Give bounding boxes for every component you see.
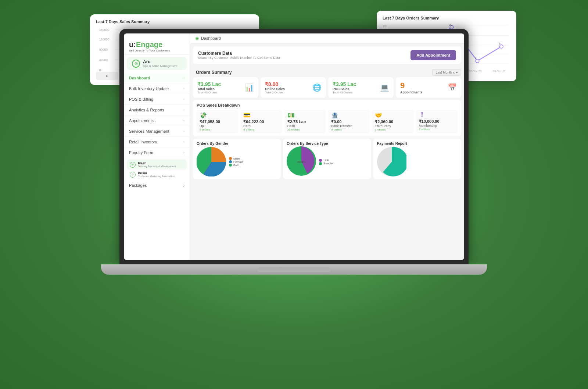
sidebar-item-enquiry-label: Enquiry Form: [129, 150, 153, 155]
bank-icon: 🏦: [331, 112, 367, 119]
orders-summary-header: Orders Summary Last Month x ▾: [190, 67, 464, 77]
gender-chart-card: Orders By Gender: [193, 139, 281, 179]
screen-content: u:Engage Sell Directly To Your Customers…: [124, 33, 464, 260]
card-label: Card: [243, 124, 279, 128]
sidebar-item-appointments[interactable]: Appointments ›: [124, 115, 190, 126]
calendar-icon: 📅: [448, 83, 457, 92]
legend-both: Both: [229, 164, 243, 167]
logo-area: u:Engage Sell Directly To Your Customers: [124, 38, 190, 55]
beauty-label: Beauty: [323, 162, 333, 165]
gender-chart-title: Orders By Gender: [197, 142, 277, 146]
third-party-orders: 1 orders: [375, 128, 410, 131]
svg-text:3: 3: [475, 56, 476, 60]
legend-hair: Hair: [319, 158, 333, 162]
cash-icon: 💵: [287, 112, 323, 119]
prism-item[interactable]: ⊙ Prism Customer Marketing Automation: [127, 169, 187, 179]
sidebar-item-analytics-label: Analytics & Reports: [129, 108, 164, 112]
online-sales-amount: ₹0.00: [265, 81, 285, 87]
sidebar-item-dashboard-label: Dashboard: [129, 76, 150, 80]
packages-item[interactable]: Packages ›: [124, 181, 190, 190]
service-type-chart-card: Orders By Service Type 23.5%: [283, 139, 371, 179]
screen-wrapper: Last 7 Days Sales Summary 160000 120000 …: [119, 29, 469, 264]
flash-item[interactable]: ⊕ Flash Delivery Tracking & Management: [127, 160, 187, 169]
card-amount: ₹64,222.00: [243, 119, 279, 124]
chevron-icon: ›: [183, 151, 184, 154]
arc-icon: ◎: [132, 60, 140, 68]
prism-title: Prism: [138, 171, 175, 175]
total-sales-card: ₹3.95 Lac Total Sales Total 43 Orders 📊: [193, 77, 258, 98]
filter-label: Last Month x: [435, 71, 455, 74]
svg-text:80000: 80000: [99, 48, 108, 51]
customers-subtitle: Search By Customer Mobile Number To Get …: [198, 56, 280, 60]
arc-title: Arc: [143, 59, 177, 64]
cash-card: 💵 ₹2.75 Lac Cash 26 orders: [284, 110, 326, 133]
logo-tagline: Sell Directly To Your Customers: [129, 49, 184, 52]
card-icon: 💳: [243, 112, 279, 119]
chevron-icon: ›: [183, 97, 184, 101]
sidebar-item-services[interactable]: Services Management ›: [124, 126, 190, 137]
female-dot: [229, 160, 232, 163]
payments-pie-svg: [377, 147, 406, 176]
bank-amount: ₹0.00: [331, 119, 367, 124]
appointments-card: 9 Appointments 📅: [396, 77, 461, 98]
arc-section: ◎ Arc Spa & Salon Management: [127, 57, 187, 70]
customers-card: Customers Data Search By Customer Mobile…: [193, 46, 461, 64]
filter-badge[interactable]: Last Month x ▾: [432, 69, 461, 76]
appointments-label: Appointments: [400, 90, 423, 94]
globe-icon: 🌐: [312, 83, 322, 92]
sidebar-item-bulk-label: Bulk Inventory Update: [129, 86, 169, 91]
stats-row: ₹3.95 Lac Total Sales Total 43 Orders 📊 …: [190, 77, 464, 100]
total-sales-info: ₹3.95 Lac Total Sales Total 43 Orders: [197, 81, 221, 94]
sidebar-item-pos-label: POS & Billing: [129, 97, 153, 101]
laptop-icon: 💻: [380, 83, 389, 92]
bank-transfer-card: 🏦 ₹0.00 Bank Transfer 0 orders: [328, 110, 370, 133]
bank-label: Bank Transfer: [331, 124, 367, 128]
female-label: Female: [233, 160, 243, 164]
add-appointment-button[interactable]: Add Appointment: [410, 50, 456, 60]
sidebar-item-appointments-label: Appointments: [129, 118, 154, 123]
pos-sales-amount: ₹3.95 Lac: [333, 81, 356, 87]
sidebar-item-pos-billing[interactable]: POS & Billing ›: [124, 94, 190, 105]
flash-subtitle: Delivery Tracking & Management: [138, 165, 176, 168]
beauty-dot: [319, 162, 322, 165]
orders-chart-title: Last 7 Days Orders Summary: [383, 16, 510, 20]
breadcrumb: Dashboard: [201, 36, 221, 40]
male-label: Male: [233, 157, 240, 160]
svg-text:20: 20: [449, 23, 452, 26]
flash-info: Flash Delivery Tracking & Management: [138, 161, 176, 168]
third-party-card: 🤝 ₹2,360.00 Third Party 1 orders: [372, 110, 413, 133]
total-sales-sub: Total 43 Orders: [197, 91, 221, 94]
svg-text:20: 20: [383, 24, 387, 28]
svg-text:6: 6: [499, 42, 501, 45]
service-pie-wrapper: 23.5%: [287, 146, 316, 177]
sidebar-item-dashboard[interactable]: Dashboard ›: [124, 73, 190, 83]
main-content: ◉ Dashboard Customers Data Search By Cus…: [190, 33, 464, 260]
service-chart-title: Orders By Service Type: [287, 142, 367, 146]
gender-legend: Male Female Both: [229, 157, 243, 167]
sidebar-item-bulk-inventory[interactable]: Bulk Inventory Update ›: [124, 83, 190, 94]
service-pct-label: 23.5%: [297, 160, 306, 164]
customers-title: Customers Data: [198, 51, 280, 56]
both-label: Both: [233, 164, 239, 167]
sidebar-item-retail[interactable]: Retail Inventory ›: [124, 137, 190, 147]
payments-chart-card: Payments Report: [373, 139, 461, 179]
dashboard-layout: u:Engage Sell Directly To Your Customers…: [124, 33, 464, 260]
membership-orders: 2 orders: [419, 128, 455, 131]
flash-icon: ⊕: [130, 162, 136, 168]
dashboard-icon: ◉: [195, 36, 199, 41]
svg-text:07-Dec 23: 07-Dec 23: [469, 69, 481, 73]
sidebar: u:Engage Sell Directly To Your Customers…: [124, 33, 190, 260]
hair-label: Hair: [323, 158, 329, 162]
svg-text:40000: 40000: [99, 58, 108, 62]
payments-pie-container: [377, 147, 458, 176]
pos-sales-sub: Total 43 Orders: [333, 91, 356, 94]
sidebar-item-analytics[interactable]: Analytics & Reports ›: [124, 105, 190, 115]
logo-u: u:: [129, 40, 136, 49]
chevron-icon: ›: [183, 76, 184, 80]
sidebar-item-enquiry[interactable]: Enquiry Form ›: [124, 147, 190, 158]
service-legend: Hair Beauty: [319, 158, 333, 165]
both-dot: [229, 164, 232, 167]
hair-dot: [319, 159, 322, 162]
upi-label: Upi: [200, 124, 235, 128]
service-pie-container: 23.5% Hair: [287, 147, 367, 176]
